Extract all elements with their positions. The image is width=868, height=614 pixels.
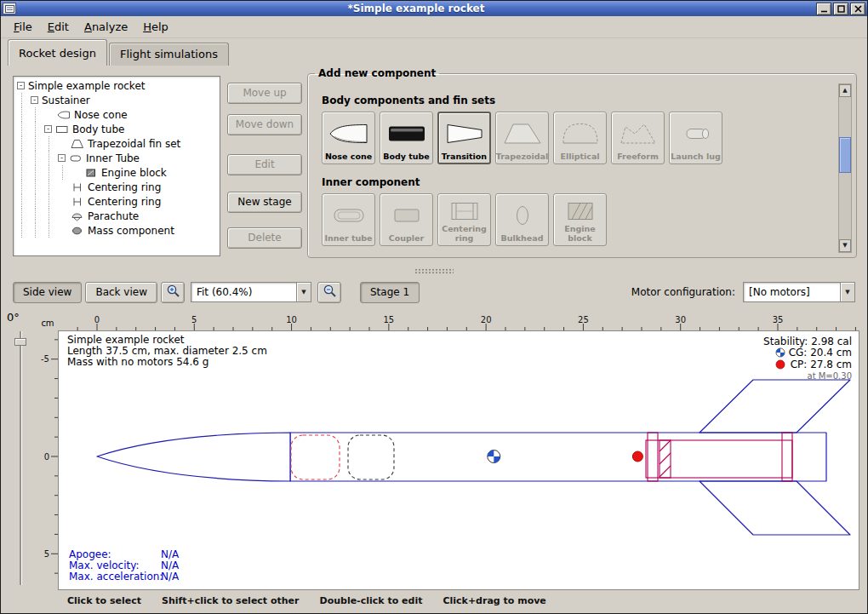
add-nose-cone-button[interactable]: Nose cone <box>322 112 375 164</box>
flight-stat-value: N/A <box>161 548 180 560</box>
add-component-scrollbar[interactable]: ▲ ▼ <box>838 83 852 253</box>
ruler-label: 20 <box>481 315 492 324</box>
body-tube-icon <box>386 116 427 152</box>
parachute-icon <box>71 211 84 221</box>
freeform-fin-icon <box>618 116 659 152</box>
flight-stats: Apogee:N/AMax. velocity:N/AMax. accelera… <box>69 548 180 582</box>
rocket-canvas[interactable]: Simple example rocket Length 37.5 cm, ma… <box>59 331 859 589</box>
magnifier-plus-icon <box>166 284 180 301</box>
edit-button: Edit <box>227 154 302 175</box>
tree-item-mass-component[interactable]: Mass component <box>14 223 220 238</box>
mach-text: at M=0.30 <box>808 371 853 381</box>
nose-cone-shape[interactable] <box>97 433 290 481</box>
tab-rocket-design[interactable]: Rocket design <box>8 39 107 66</box>
mass-component-icon <box>71 226 84 236</box>
move-up-button: Move up <box>227 83 302 104</box>
flight-stat-value: N/A <box>161 559 180 571</box>
add-body-tube-button[interactable]: Body tube <box>380 112 433 164</box>
horizontal-ruler: 05101520253035 <box>59 316 859 331</box>
chevron-down-icon[interactable]: ▼ <box>296 283 311 301</box>
minimize-button[interactable] <box>816 3 831 15</box>
add-elliptical-button: Elliptical <box>553 112 607 164</box>
tree-expander-icon[interactable]: - <box>17 82 25 89</box>
cg-legend-icon <box>776 348 785 357</box>
tree-item-trapezoidal-fin-set[interactable]: Trapezoidal fin set <box>14 136 220 151</box>
scroll-down-icon[interactable]: ▼ <box>839 239 851 252</box>
titlebar[interactable]: *Simple example rocket <box>1 1 867 16</box>
zoom-select[interactable]: Fit (60.4%) ▼ <box>191 282 311 302</box>
stability-text: Stability: 2.98 cal <box>763 336 852 347</box>
vertical-ruler: -505 <box>38 331 59 589</box>
tree-item-sustainer[interactable]: -Sustainer <box>14 93 220 107</box>
component-tree[interactable]: -Simple example rocket-SustainerNose con… <box>13 76 220 256</box>
ruler-label: 25 <box>578 315 589 324</box>
centering-ring-icon <box>71 182 84 192</box>
launch-lug-icon <box>676 116 717 152</box>
menu-item-file[interactable]: File <box>6 17 40 37</box>
ruler-label: 10 <box>286 315 297 324</box>
chevron-down-icon[interactable]: ▼ <box>840 283 854 301</box>
ruler-label: 15 <box>383 315 394 324</box>
scroll-up-icon[interactable]: ▲ <box>839 84 851 97</box>
add-transition-button[interactable]: Transition <box>437 112 491 164</box>
cg-marker <box>488 450 500 463</box>
tree-item-engine-block[interactable]: Engine block <box>14 165 220 180</box>
hint-text: Click to select <box>67 595 141 606</box>
tree-item-simple-example-rocket[interactable]: -Simple example rocket <box>14 78 220 93</box>
new-stage-button[interactable]: New stage <box>227 192 302 213</box>
inner-tube-icon <box>69 153 83 164</box>
move-down-button: Move down <box>227 114 302 135</box>
back-view-button[interactable]: Back view <box>85 282 157 303</box>
window-menu-icon[interactable] <box>3 3 16 14</box>
menu-item-help[interactable]: Help <box>135 17 176 37</box>
close-button[interactable] <box>850 3 865 15</box>
rotation-slider[interactable] <box>14 331 26 585</box>
zoom-out-button[interactable] <box>317 282 341 303</box>
stage-1-toggle[interactable]: Stage 1 <box>360 282 420 303</box>
tree-item-centering-ring[interactable]: Centering ring <box>14 194 220 209</box>
menubar: FileEditAnalyzeHelp <box>1 16 867 38</box>
add-component-panel: Add new component Body components and fi… <box>307 67 857 258</box>
tab-bar: Rocket designFlight simulations <box>1 38 867 66</box>
tree-item-body-tube[interactable]: -Body tube <box>14 122 220 136</box>
zoom-in-button[interactable] <box>161 282 185 303</box>
hint-text: Click+drag to move <box>443 595 545 606</box>
flight-stat-label: Max. acceleration: <box>69 571 163 582</box>
motor-config-select[interactable]: [No motors] ▼ <box>743 282 855 302</box>
nose-cone-icon <box>57 110 71 120</box>
menu-item-edit[interactable]: Edit <box>40 17 77 37</box>
bulkhead-icon <box>502 198 543 234</box>
engine-block-icon <box>84 168 98 178</box>
menu-item-analyze[interactable]: Analyze <box>77 17 135 37</box>
ruler-label: 0 <box>94 315 100 324</box>
flight-stat-value: N/A <box>161 571 180 582</box>
scrollbar-thumb[interactable] <box>839 137 851 173</box>
section-label: Inner component <box>322 176 832 188</box>
tree-item-inner-tube[interactable]: -Inner Tube <box>14 151 220 165</box>
section-label: Body components and fin sets <box>322 95 832 106</box>
ruler-label: 0 <box>44 452 49 462</box>
add-component-title: Add new component <box>315 67 439 79</box>
magnifier-minus-icon <box>323 284 337 301</box>
inner-tube-icon <box>328 198 369 234</box>
ruler-label: 35 <box>773 315 784 324</box>
add-launch-lug-button: Launch lug <box>669 112 722 164</box>
cp-legend-icon <box>776 360 785 369</box>
maximize-button[interactable] <box>833 3 848 15</box>
split-pane-divider[interactable] <box>1 265 867 277</box>
tab-flight-simulations[interactable]: Flight simulations <box>109 43 229 66</box>
flight-stat-label: Max. velocity: <box>69 559 140 571</box>
flight-stat-label: Apogee: <box>69 548 111 560</box>
tree-item-nose-cone[interactable]: Nose cone <box>14 107 220 122</box>
tree-item-parachute[interactable]: Parachute <box>14 209 220 223</box>
side-view-button[interactable]: Side view <box>13 282 82 303</box>
figure-length-info: Length 37.5 cm, max. diameter 2.5 cm <box>67 345 267 357</box>
slider-track <box>20 331 21 585</box>
elliptical-fin-icon <box>560 116 601 152</box>
hint-text: Shift+click to select other <box>162 595 300 606</box>
fin-upper-shape[interactable] <box>700 380 850 433</box>
fin-lower-shape[interactable] <box>700 481 850 535</box>
app-window: *Simple example rocket FileEditAnalyzeHe… <box>0 0 868 614</box>
rotation-slider-handle[interactable] <box>14 338 26 346</box>
tree-item-centering-ring[interactable]: Centering ring <box>14 180 220 194</box>
